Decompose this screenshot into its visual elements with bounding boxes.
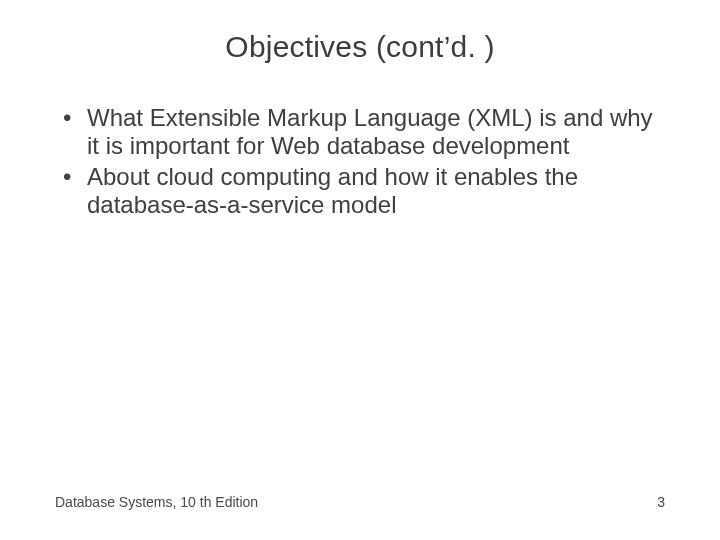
footer-source: Database Systems, 10 th Edition [55,494,258,510]
slide-title: Objectives (cont’d. ) [0,0,720,64]
list-item: What Extensible Markup Language (XML) is… [55,104,665,161]
slide: Objectives (cont’d. ) What Extensible Ma… [0,0,720,540]
bullet-list: What Extensible Markup Language (XML) is… [55,104,665,219]
footer-page-number: 3 [657,494,665,510]
slide-body: What Extensible Markup Language (XML) is… [0,64,720,219]
list-item: About cloud computing and how it enables… [55,163,665,220]
bullet-text: About cloud computing and how it enables… [87,163,578,218]
bullet-text: What Extensible Markup Language (XML) is… [87,104,653,159]
